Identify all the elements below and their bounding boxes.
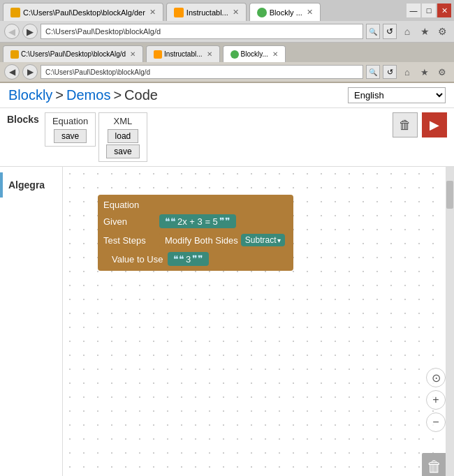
modify-label: Modify Both Sides [165, 235, 238, 246]
workspace[interactable]: Equation Given ❝❝ 2x + 3 = 5 ❞❞ Test Ste… [63, 167, 454, 476]
tab2-instructable[interactable]: Instructabl... ✕ [146, 45, 219, 62]
tab-file-icon [10, 8, 20, 17]
window-close[interactable]: ✕ [437, 3, 451, 17]
gear-icon2[interactable]: ⚙ [434, 64, 450, 80]
gear-icon[interactable]: ⚙ [434, 24, 450, 39]
given-value-block[interactable]: ❝❝ 2x + 3 = 5 ❞❞ [159, 214, 236, 228]
tab-instructable[interactable]: Instructabl... ✕ [166, 3, 247, 21]
sidebar-item-algebra-label: Algegra [8, 179, 45, 191]
tab-blockly[interactable]: Blockly ... ✕ [249, 3, 321, 21]
tab-blockly-close[interactable]: ✕ [307, 8, 313, 17]
given-value-text: 2x + 3 = 5 [177, 216, 218, 227]
trash-icon: 🗑 [427, 458, 442, 476]
address-search[interactable]: 🔍 [366, 24, 380, 39]
home-icon[interactable]: ⌂ [400, 24, 415, 39]
toolbar-right: 🗑 ▶ [393, 112, 447, 137]
forward-btn2[interactable]: ▶ [22, 64, 38, 80]
run-button[interactable]: ▶ [422, 112, 447, 137]
block-test-steps-row: Test Steps Modify Both Sides Subtract ▾ [98, 230, 293, 250]
star-icon2[interactable]: ★ [417, 64, 432, 80]
address-text: C:\Users\Paul\Desktop\blockAlg/d [45, 27, 161, 36]
trash-button[interactable]: 🗑 [393, 112, 418, 137]
refresh-btn2[interactable]: ↺ [383, 65, 397, 79]
toolbar: Blocks Equation save XML load save 🗑 ▶ [0, 108, 454, 167]
sidebar: Algegra [0, 167, 63, 476]
scrollbar-thumb [446, 181, 453, 209]
back-btn2[interactable]: ◀ [4, 64, 20, 80]
xml-section: XML load save [98, 112, 147, 162]
language-select[interactable]: English Spanish French German [348, 87, 446, 103]
equation-block[interactable]: Equation Given ❝❝ 2x + 3 = 5 ❞❞ Test Ste… [98, 195, 293, 271]
close-quote1: ❞❞ [219, 216, 230, 227]
value-num-text: 3 [186, 254, 191, 265]
value-num-block[interactable]: ❝❝ 3 ❞❞ [168, 252, 209, 266]
center-icon: ⊙ [432, 371, 441, 385]
workspace-scrollbar[interactable] [446, 167, 454, 476]
window-maximize[interactable]: □ [422, 3, 436, 17]
tab2-instructable-label: Instructabl... [164, 50, 202, 58]
breadcrumb-code: Code [124, 87, 158, 103]
breadcrumb-sep1: > [55, 87, 64, 103]
tab2-file-label: C:\Users\Paul\Desktop\blockAlg/d [21, 50, 126, 58]
tab2-file-icon [10, 50, 19, 59]
xml-section-label: XML [114, 116, 133, 126]
blocks-label: Blocks [7, 114, 39, 125]
block-given-row: Given ❝❝ 2x + 3 = 5 ❞❞ [98, 212, 293, 230]
breadcrumb: Blockly > Demos > Code [8, 87, 158, 103]
xml-save-btn[interactable]: save [106, 144, 139, 158]
window-minimize[interactable]: — [407, 3, 420, 17]
address-search2[interactable]: 🔍 [366, 65, 380, 79]
equation-label: Equation [103, 200, 159, 210]
given-label: Given [103, 216, 159, 227]
address-bar[interactable]: C:\Users\Paul\Desktop\blockAlg/d [41, 24, 363, 39]
tab-file-close[interactable]: ✕ [149, 8, 156, 17]
zoom-in-btn[interactable]: + [426, 390, 446, 410]
tab-file-label: C:\Users\Paul\Desktop\blockAlg/der [23, 8, 145, 17]
open-quote1: ❝❝ [165, 216, 176, 227]
breadcrumb-blockly[interactable]: Blockly [8, 87, 52, 103]
equation-section-label: Equation [52, 116, 88, 126]
workspace-controls: ⊙ + − [426, 368, 446, 432]
value-use-label: Value to Use [112, 254, 168, 265]
center-btn[interactable]: ⊙ [426, 368, 446, 387]
sidebar-item-algebra[interactable]: Algegra [0, 172, 62, 198]
main-content: Algegra Equation Given ❝❝ 2x + 3 = 5 ❞❞ [0, 167, 454, 476]
block-equation-header: Equation [98, 198, 293, 212]
tab-instructable-label: Instructabl... [186, 8, 228, 17]
zoom-in-icon: + [432, 394, 439, 406]
refresh-btn[interactable]: ↺ [383, 24, 397, 39]
tab-file[interactable]: C:\Users\Paul\Desktop\blockAlg/der ✕ [3, 3, 163, 21]
tab-instructable-icon [174, 8, 184, 17]
breadcrumb-sep2: > [113, 87, 122, 103]
breadcrumb-demos[interactable]: Demos [66, 87, 110, 103]
tab2-blockly-icon [230, 50, 239, 59]
tab2-blockly-close[interactable]: ✕ [272, 50, 278, 58]
tab2-blockly[interactable]: Blockly... ✕ [223, 45, 286, 62]
tab-blockly-label: Blockly ... [270, 8, 302, 17]
tab2-instructable-icon [154, 50, 162, 59]
test-steps-label: Test Steps [103, 235, 159, 246]
tab-blockly-icon [257, 8, 267, 17]
open-quote2: ❝❝ [173, 253, 184, 265]
xml-load-btn[interactable]: load [108, 129, 139, 143]
back-button[interactable]: ◀ [4, 24, 20, 39]
equation-save-btn[interactable]: save [54, 129, 87, 143]
subtract-dropdown-arrow[interactable]: ▾ [277, 237, 281, 244]
home-icon2[interactable]: ⌂ [400, 64, 415, 80]
forward-button[interactable]: ▶ [22, 24, 38, 39]
tab2-file[interactable]: C:\Users\Paul\Desktop\blockAlg/d ✕ [3, 45, 143, 62]
modify-block[interactable]: Modify Both Sides Subtract ▾ [159, 232, 288, 248]
tab2-instructable-close[interactable]: ✕ [207, 50, 212, 58]
subtract-block[interactable]: Subtract ▾ [241, 234, 286, 246]
zoom-out-btn[interactable]: − [426, 412, 446, 432]
close-quote2: ❞❞ [192, 253, 203, 265]
block-value-row: Value to Use ❝❝ 3 ❞❞ [98, 250, 293, 268]
tab-instructable-close[interactable]: ✕ [233, 8, 239, 17]
tab2-file-close[interactable]: ✕ [130, 50, 136, 58]
star-icon[interactable]: ★ [417, 24, 432, 39]
address-bar2[interactable]: C:\Users\Paul\Desktop\blockAlg/d [41, 65, 363, 79]
workspace-trash[interactable]: 🗑 [422, 453, 447, 476]
equation-section: Equation save [45, 112, 96, 147]
address-text2: C:\Users\Paul\Desktop\blockAlg/d [45, 68, 150, 76]
zoom-out-icon: − [432, 416, 439, 429]
